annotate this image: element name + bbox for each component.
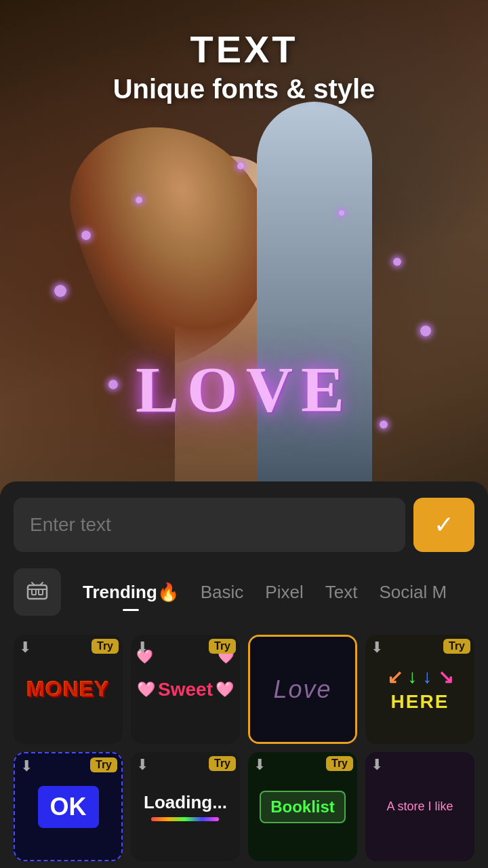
sparkle (393, 258, 401, 266)
sticker-booklist[interactable]: ⬇ Try Booklist (248, 752, 357, 861)
ok-content: OK (38, 786, 99, 828)
tab-trending[interactable]: Trending🔥 (72, 576, 190, 608)
sparkle (108, 380, 118, 389)
confirm-button[interactable]: ✓ (413, 498, 474, 552)
tab-text[interactable]: Text (314, 576, 369, 608)
sticker-sweet[interactable]: ⬇ Try 🩷 Sweet 🩷 (131, 635, 240, 744)
love-overlay-text: LOVE (136, 352, 352, 427)
sticker-here[interactable]: ⬇ Try ↙ ↓ ↓ ↘ HERE (365, 635, 474, 744)
ok-label: OK (50, 793, 87, 821)
booklist-label: Booklist (270, 797, 335, 816)
text-input[interactable] (14, 498, 405, 552)
sparkle (237, 163, 244, 170)
category-tabs: Trending🔥 Basic Pixel Text Social M (14, 568, 474, 616)
here-content: ↙ ↓ ↓ ↘ HERE (387, 666, 453, 713)
tab-social[interactable]: Social M (368, 576, 458, 608)
sticker-love[interactable]: Love (248, 635, 357, 744)
svg-rect-1 (32, 589, 36, 595)
try-badge: Try (209, 756, 236, 771)
sticker-loading[interactable]: ⬇ Try Loading... (131, 752, 240, 861)
download-icon: ⬇ (136, 756, 148, 774)
try-badge: Try (209, 639, 236, 654)
sticker-money[interactable]: ⬇ Try MONEY (14, 635, 123, 744)
svg-rect-0 (28, 585, 47, 599)
hero-title-sub: Unique fonts & style (0, 74, 488, 104)
booklist-content: Booklist (260, 791, 346, 823)
try-badge: Try (92, 639, 119, 654)
sticker-grid: ⬇ Try MONEY ⬇ Try 🩷 Sweet 🩷 Love ⬇ Try (14, 635, 474, 861)
store-icon (25, 580, 49, 604)
sparkle (380, 420, 388, 429)
bottom-panel: ✓ Trending🔥 Basic Pixel Text Social M ⬇ … (0, 481, 488, 868)
download-icon: ⬇ (253, 756, 266, 774)
try-badge: Try (326, 756, 353, 771)
download-icon: ⬇ (19, 639, 31, 656)
sparkle (339, 210, 344, 216)
sparkle (81, 231, 91, 240)
sparkle (420, 326, 431, 336)
hero-title-container: TEXT Unique fonts & style (0, 27, 488, 104)
sparkle (54, 285, 66, 297)
arrow2: ↓ (408, 666, 418, 688)
sweet-label: Sweet (158, 679, 213, 701)
download-icon: ⬇ (371, 756, 383, 774)
try-badge: Try (443, 639, 470, 654)
hero-section: TEXT Unique fonts & style LOVE (0, 0, 488, 495)
loading-content: Loading... (144, 792, 227, 821)
money-label: MONEY (26, 677, 109, 702)
download-icon: ⬇ (371, 639, 383, 656)
arrow4: ↘ (438, 666, 453, 688)
store-label: A store I like (386, 800, 453, 813)
sticker-love-inner: Love (250, 637, 355, 742)
try-badge: Try (90, 757, 117, 772)
tab-basic[interactable]: Basic (190, 576, 255, 608)
check-icon: ✓ (434, 511, 454, 539)
store-content: A store I like (381, 794, 458, 819)
sticker-store[interactable]: ⬇ A store I like (365, 752, 474, 861)
here-arrows: ↙ ↓ ↓ ↘ (387, 666, 453, 688)
loading-label: Loading... (144, 792, 227, 813)
love-label: Love (273, 675, 331, 704)
tab-pixel[interactable]: Pixel (254, 576, 314, 608)
arrow3: ↓ (423, 666, 432, 688)
download-icon: ⬇ (20, 757, 33, 775)
input-row: ✓ (14, 498, 474, 552)
heart-right: 🩷 (216, 681, 234, 698)
download-icon: ⬇ (136, 639, 148, 656)
svg-rect-2 (39, 589, 43, 595)
sparkle (136, 197, 142, 203)
heart-left: 🩷 (137, 681, 155, 698)
hero-title-main: TEXT (0, 27, 488, 71)
figure-man (247, 54, 382, 495)
here-label: HERE (391, 691, 449, 713)
sticker-ok[interactable]: ⬇ Try OK (14, 752, 123, 861)
arrow1: ↙ (387, 666, 403, 688)
loading-bar (151, 817, 219, 821)
category-icon-button[interactable] (14, 568, 61, 616)
